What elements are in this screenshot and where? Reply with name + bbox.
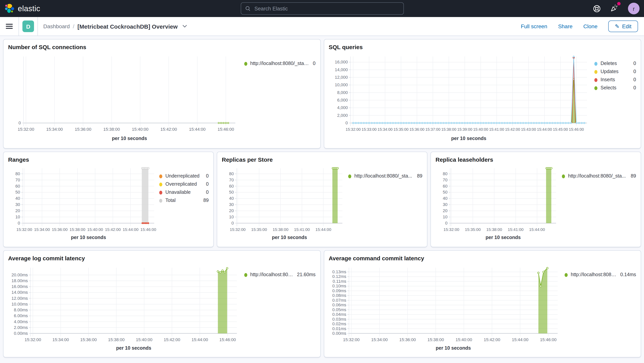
newsfeed-button[interactable]	[610, 4, 619, 14]
dashboard-app-button[interactable]: D	[19, 17, 38, 36]
command-commit-latency-chart[interactable]: 0.00ms0.01ms0.02ms0.03ms0.04ms0.05ms0.06…	[329, 264, 562, 352]
global-search[interactable]	[240, 2, 404, 15]
help-icon[interactable]	[593, 5, 601, 13]
svg-text:per 10 seconds: per 10 seconds	[451, 136, 486, 141]
svg-text:18.00ms: 18.00ms	[12, 278, 28, 283]
chart-legend: http://localhost:808...21.60ms	[244, 264, 316, 353]
title-menu-button[interactable]	[182, 25, 187, 28]
svg-text:16,000: 16,000	[335, 60, 348, 64]
panel-ranges: Ranges 0102030405060708015:32:0015:34:00…	[3, 152, 214, 247]
chart-legend: http://localhost:8080/_sta...89	[562, 165, 636, 243]
legend-value: 89	[413, 174, 422, 179]
legend-label: http://localhost:8080...	[571, 272, 616, 277]
svg-text:14.00ms: 14.00ms	[12, 290, 28, 295]
panel-title: Average log commit latency	[8, 254, 316, 264]
legend-item[interactable]: http://localhost:8080/_stat...0	[244, 61, 316, 66]
legend-label: Selects	[600, 86, 616, 91]
legend-item[interactable]: http://localhost:8080...0.14ms	[564, 272, 636, 277]
svg-text:15:40:00: 15:40:00	[87, 227, 103, 232]
legend-item[interactable]: Unavailable0	[159, 190, 209, 195]
svg-text:0.00ms: 0.00ms	[14, 331, 28, 336]
svg-text:30: 30	[16, 202, 20, 207]
svg-text:15:32:00: 15:32:00	[444, 227, 459, 232]
replica-leaseholders-chart[interactable]: 0102030405060708015:32:0015:35:0015:38:0…	[436, 165, 560, 241]
chart-legend: http://localhost:8080/_stat...0	[244, 53, 316, 144]
svg-text:15:36:00: 15:36:00	[75, 127, 92, 132]
legend-item[interactable]: Underreplicated0	[159, 174, 209, 179]
svg-text:15:38:00: 15:38:00	[486, 227, 502, 232]
svg-text:2,000: 2,000	[337, 113, 348, 118]
svg-text:40: 40	[16, 196, 20, 201]
legend-value: 0	[309, 61, 316, 66]
share-button[interactable]: Share	[558, 23, 572, 30]
log-commit-latency-chart[interactable]: 0.00ms2.00ms4.00ms6.00ms8.00ms10.00ms12.…	[8, 264, 242, 352]
svg-text:0.12ms: 0.12ms	[332, 274, 346, 279]
svg-text:12,000: 12,000	[335, 75, 348, 80]
svg-text:70: 70	[16, 178, 20, 182]
svg-text:15:35:00: 15:35:00	[465, 227, 481, 232]
svg-text:0.00ms: 0.00ms	[332, 331, 346, 336]
legend-item[interactable]: http://localhost:8080/_sta...89	[348, 174, 422, 179]
full-screen-button[interactable]: Full screen	[521, 23, 547, 30]
svg-text:15:44:00: 15:44:00	[189, 127, 206, 132]
svg-text:0.03ms: 0.03ms	[332, 317, 346, 322]
svg-text:0: 0	[345, 121, 348, 125]
legend-item[interactable]: Deletes0	[594, 61, 636, 66]
svg-text:15:46:00: 15:46:00	[218, 127, 234, 132]
legend-item[interactable]: Selects0	[594, 86, 636, 91]
replicas-per-store-chart[interactable]: 0102030405060708015:32:0015:35:0015:38:0…	[222, 165, 346, 241]
clone-button[interactable]: Clone	[583, 23, 598, 30]
svg-text:15:46:00: 15:46:00	[569, 127, 584, 132]
legend-item[interactable]: http://localhost:8080/_sta...89	[562, 174, 636, 179]
main-menu-button[interactable]	[0, 17, 18, 36]
user-avatar[interactable]: r	[628, 3, 640, 14]
breadcrumb-dashboard-link[interactable]: Dashboard	[43, 23, 70, 30]
panel-title: Number of SQL connections	[8, 43, 316, 53]
svg-text:12.00ms: 12.00ms	[12, 296, 28, 301]
svg-text:50: 50	[229, 190, 234, 195]
sql-connections-chart[interactable]: 015:32:0015:34:0015:36:0015:38:0015:40:0…	[8, 53, 240, 142]
svg-text:15:32:00: 15:32:00	[346, 127, 360, 132]
chart-legend: Deletes0Updates0Inserts0Selects0	[594, 53, 636, 144]
legend-item[interactable]: Overreplicated0	[159, 182, 209, 187]
edit-button[interactable]: ✎ Edit	[608, 21, 638, 32]
panel-sql-queries: SQL queries 02,0004,0006,0008,00010,0001…	[324, 39, 641, 149]
legend-item[interactable]: Updates0	[594, 69, 636, 74]
legend-item[interactable]: http://localhost:808...21.60ms	[244, 272, 316, 277]
search-input[interactable]	[254, 5, 400, 12]
ranges-chart[interactable]: 0102030405060708015:32:0015:34:0015:36:0…	[8, 165, 158, 241]
legend-value: 0	[202, 190, 209, 195]
series-color-dot	[348, 174, 351, 178]
legend-value: 0	[202, 182, 209, 187]
series-color-dot	[159, 190, 162, 194]
svg-text:15:35:00: 15:35:00	[251, 227, 267, 232]
svg-text:4.00ms: 4.00ms	[14, 319, 28, 324]
series-color-dot	[159, 199, 162, 202]
elastic-logo-group[interactable]: elastic	[5, 4, 78, 14]
svg-text:60: 60	[443, 184, 448, 189]
svg-text:15:36:00: 15:36:00	[52, 227, 68, 232]
hamburger-icon	[6, 24, 13, 29]
svg-text:15:46:00: 15:46:00	[140, 227, 156, 232]
legend-label: Total	[166, 198, 176, 203]
legend-item[interactable]: Inserts0	[594, 77, 636, 82]
svg-text:70: 70	[443, 178, 448, 182]
svg-text:15:38:00: 15:38:00	[441, 127, 456, 132]
svg-text:10: 10	[443, 214, 448, 219]
sql-queries-chart[interactable]: 02,0004,0006,0008,00010,00012,00014,0001…	[329, 53, 592, 142]
legend-label: Updates	[600, 69, 618, 74]
svg-text:80: 80	[443, 171, 448, 176]
svg-text:8.00ms: 8.00ms	[14, 307, 28, 312]
svg-text:15:42:00: 15:42:00	[484, 337, 500, 342]
chevron-down-icon	[182, 25, 187, 28]
header-right: r	[566, 3, 640, 14]
legend-label: http://localhost:808...	[250, 272, 293, 277]
svg-text:10,000: 10,000	[335, 82, 348, 87]
chart-legend: Underreplicated0Overreplicated0Unavailab…	[159, 165, 209, 243]
series-color-dot	[594, 70, 598, 74]
panel-replicas-per-store: Replicas per Store 0102030405060708015:3…	[217, 152, 428, 247]
legend-item[interactable]: Total89	[159, 198, 209, 203]
legend-value: 0	[202, 174, 209, 179]
global-header: elastic	[0, 0, 644, 17]
svg-text:0: 0	[232, 221, 234, 225]
